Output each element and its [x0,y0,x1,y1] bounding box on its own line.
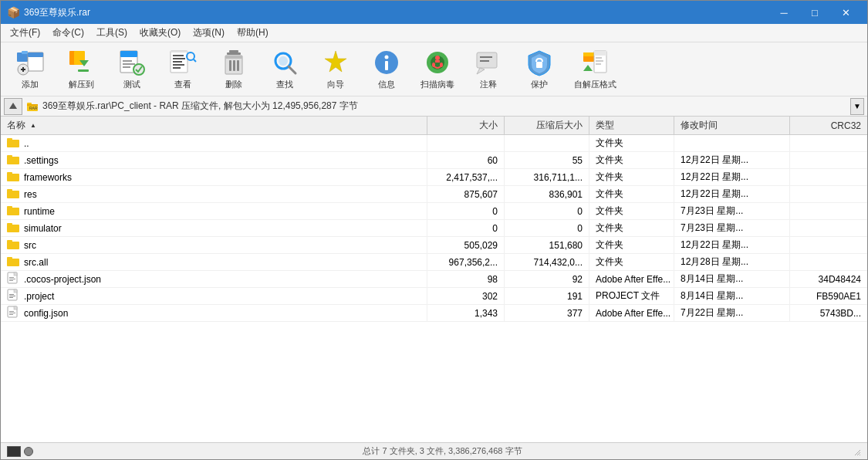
toolbar-delete-button[interactable]: 删除 [209,46,258,93]
file-type-cell: 文件夹 [589,186,674,202]
col-header-crc[interactable]: CRC32 [790,117,867,134]
file-crc-cell [790,220,867,236]
folder-icon [7,221,19,235]
menu-item-f[interactable]: 文件(F) [4,24,46,42]
scan-label: 扫描病毒 [420,79,454,90]
address-path: 369至尊娱乐.rar\PC_client - RAR 压缩文件, 解包大小为 … [42,100,847,113]
menu-item-n[interactable]: 选项(N) [187,24,231,42]
file-date-cell [674,135,790,151]
file-name-text: runtime [24,206,55,217]
table-row[interactable]: simulator00文件夹7月23日 星期... [1,220,867,237]
file-crc-cell: 34D48424 [790,271,867,287]
svg-rect-79 [7,257,12,259]
json-file-icon [7,272,19,286]
file-name-cell: runtime [1,203,427,219]
toolbar-protect-button[interactable]: 保护 [515,46,564,93]
table-row[interactable]: runtime00文件夹7月23日 星期... [1,203,867,220]
svg-rect-90 [9,296,15,296]
toolbar-comment-button[interactable]: 注释 [464,46,513,93]
file-name-cell: .project [1,288,427,304]
table-row[interactable]: .cocos-project.json9892Adobe After Effe.… [1,271,867,288]
col-header-name[interactable]: 名称 ▲ [1,117,427,134]
svg-rect-22 [173,64,184,66]
svg-rect-65 [7,138,12,140]
file-size-cell: 875,607 [427,186,505,202]
col-header-csize[interactable]: 压缩后大小 [505,117,589,134]
col-header-size[interactable]: 大小 [427,117,505,134]
col-header-date[interactable]: 修改时间 [674,117,790,134]
svg-text:RAR: RAR [29,106,38,110]
file-name-text: config.json [24,308,68,319]
menu-item-o[interactable]: 收藏夹(O) [133,24,187,42]
svg-rect-23 [173,67,181,69]
resize-handle[interactable] [852,447,861,456]
table-row[interactable]: res875,607836,901文件夹12月22日 星期... [1,186,867,203]
file-name-cell: src.all [1,254,427,270]
toolbar-selfextract-button[interactable]: 自解压格式 [566,46,624,93]
file-name-cell: .cocos-project.json [1,271,427,287]
file-date-cell: 12月22日 星期... [674,237,790,253]
file-size-cell: 1,343 [427,305,505,321]
toolbar-add-button[interactable]: 添加 [5,46,55,93]
file-type-cell: 文件夹 [589,169,674,185]
table-row[interactable]: frameworks2,417,537,...316,711,1...文件夹12… [1,169,867,186]
svg-rect-85 [9,280,13,281]
file-type-cell: 文件夹 [589,203,674,219]
table-row[interactable]: ..文件夹 [1,135,867,152]
table-row[interactable]: .settings6055文件夹12月22日 星期... [1,152,867,169]
menu-item-c[interactable]: 命令(C) [46,24,90,42]
svg-rect-19 [173,55,184,56]
menu-item-h[interactable]: 帮助(H) [231,24,275,42]
close-button[interactable]: ✕ [830,1,861,24]
file-csize-cell: 836,901 [505,186,589,202]
file-name-text: .. [24,138,29,149]
svg-rect-21 [173,61,182,63]
app-icon: 📦 [7,6,19,19]
toolbar-scan-button[interactable]: 扫描病毒 [413,46,462,93]
column-headers: 名称 ▲ 大小 压缩后大小 类型 修改时间 CRC32 [1,117,867,135]
file-name-cell: .settings [1,152,427,168]
sort-arrow-name: ▲ [30,122,36,129]
svg-rect-43 [435,60,440,63]
file-type-cell: Adobe After Effe... [589,271,674,287]
file-crc-cell [790,169,867,185]
svg-rect-15 [123,66,130,68]
table-row[interactable]: config.json1,343377Adobe After Effe...7月… [1,305,867,322]
find-icon [269,48,300,77]
file-csize-cell: 0 [505,203,589,219]
test-label: 测试 [123,79,140,90]
toolbar-view-button[interactable]: 查看 [158,46,208,93]
toolbar-extract-button[interactable]: 解压到 [56,46,106,93]
file-csize-cell: 316,711,1... [505,169,589,185]
toolbar-wizard-button[interactable]: 向导 [311,46,360,93]
toolbar-test-button[interactable]: 测试 [107,46,157,93]
toolbar-info-button[interactable]: 信息 [362,46,411,93]
address-bar: RAR 369至尊娱乐.rar\PC_client - RAR 压缩文件, 解包… [1,96,867,117]
svg-rect-1 [22,51,28,54]
svg-rect-6 [22,67,24,72]
svg-rect-82 [14,272,17,276]
file-name-text: simulator [24,223,62,234]
table-row[interactable]: src.all967,356,2...714,432,0...文件夹12月28日… [1,254,867,271]
maximize-button[interactable]: □ [799,1,830,24]
table-row[interactable]: src505,029151,680文件夹12月22日 星期... [1,237,867,254]
svg-point-34 [279,56,288,66]
address-dropdown[interactable]: ▼ [850,98,864,115]
info-label: 信息 [378,79,395,90]
table-row[interactable]: .project302191PROJECT 文件8月14日 星期...FB590… [1,288,867,305]
toolbar-find-button[interactable]: 查找 [260,46,309,93]
minimize-button[interactable]: ─ [768,1,799,24]
up-button[interactable] [4,98,22,115]
col-header-type[interactable]: 类型 [589,117,674,134]
file-date-cell: 12月22日 星期... [674,169,790,185]
svg-rect-20 [173,58,185,59]
file-date-cell: 8月14日 星期... [674,271,790,287]
scan-icon [422,48,453,77]
svg-rect-18 [171,51,187,52]
file-csize-cell [505,135,589,151]
menu-item-s[interactable]: 工具(S) [90,24,133,42]
svg-rect-57 [596,63,601,65]
svg-rect-71 [7,189,12,191]
svg-rect-64 [7,140,19,147]
file-name-text: .cocos-project.json [24,274,101,285]
